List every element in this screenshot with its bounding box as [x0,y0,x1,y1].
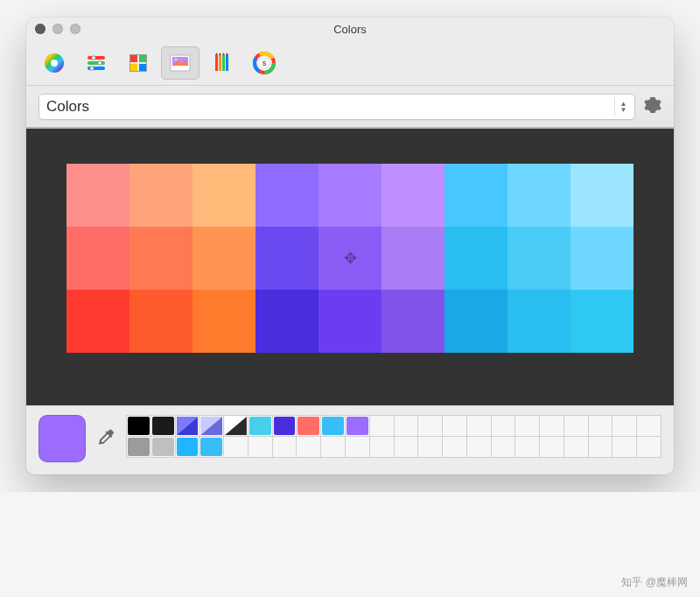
color-well[interactable] [467,437,492,458]
color-swatch[interactable] [66,227,130,290]
color-well[interactable] [540,416,564,437]
color-well[interactable] [515,437,540,458]
eyedropper-button[interactable] [96,428,116,450]
color-well[interactable] [127,437,151,458]
color-well[interactable] [370,437,395,458]
color-well[interactable] [127,416,151,437]
color-swatch[interactable]: ✥ [318,227,382,290]
color-well[interactable] [589,437,613,458]
color-well[interactable] [151,437,176,458]
svg-point-7 [90,66,94,69]
color-swatch[interactable] [66,290,130,353]
color-well[interactable] [418,437,443,458]
color-well[interactable] [224,437,248,458]
color-swatch[interactable] [570,290,634,353]
color-swatch[interactable] [570,164,634,227]
palette-selection-bar: Colors ▲▼ [26,86,674,128]
color-well[interactable] [637,437,662,458]
color-well[interactable] [492,416,516,437]
spectrum-tab[interactable]: S [245,46,284,80]
svg-point-5 [92,55,95,59]
color-well[interactable] [612,437,637,458]
color-well[interactable] [540,437,564,458]
color-swatch[interactable] [318,164,382,227]
color-well[interactable] [321,416,346,437]
color-swatch[interactable] [508,290,570,353]
color-swatch[interactable] [256,290,318,353]
color-well[interactable] [176,437,200,458]
palette-options-button[interactable] [644,96,662,116]
current-color-well[interactable] [38,415,86,462]
color-well[interactable] [492,437,516,458]
color-swatch[interactable] [382,290,444,353]
color-swatch[interactable] [256,227,318,290]
svg-rect-8 [130,55,137,62]
color-well[interactable] [200,437,224,458]
image-color-area[interactable]: ✥ [26,128,674,405]
color-swatch[interactable] [130,164,192,227]
svg-text:S: S [262,60,267,67]
pencils-tab[interactable] [203,46,242,80]
sliders-icon [83,50,109,76]
svg-rect-17 [215,55,218,71]
color-swatch[interactable] [192,164,256,227]
color-well[interactable] [637,416,662,437]
color-well[interactable] [418,416,443,437]
color-well[interactable] [224,416,248,437]
color-well[interactable] [589,416,613,437]
color-palettes-tab[interactable] [119,46,158,80]
palette-dropdown-label: Colors [46,98,89,116]
window-title: Colors [26,23,674,36]
color-well[interactable] [176,416,200,437]
color-well[interactable] [321,437,346,458]
color-well[interactable] [297,437,321,458]
color-well[interactable] [395,437,419,458]
color-swatch[interactable] [66,164,130,227]
svg-rect-19 [222,55,225,71]
color-well[interactable] [346,416,370,437]
color-well[interactable] [151,416,176,437]
color-swatch[interactable] [318,290,382,353]
color-swatch[interactable] [256,164,318,227]
color-well[interactable] [370,416,395,437]
color-swatch[interactable] [508,227,570,290]
svg-marker-21 [215,53,218,55]
color-well[interactable] [297,416,321,437]
color-wheel-icon [41,50,67,76]
svg-point-6 [98,60,102,64]
color-swatch[interactable] [444,164,508,227]
color-well[interactable] [248,416,273,437]
color-swatch[interactable] [570,227,634,290]
color-swatch[interactable] [130,290,192,353]
color-well[interactable] [443,416,467,437]
color-well[interactable] [273,437,298,458]
color-well[interactable] [346,437,370,458]
color-well[interactable] [273,416,298,437]
color-well[interactable] [515,416,540,437]
color-swatch[interactable] [444,290,508,353]
image-palettes-tab[interactable] [161,46,200,80]
color-well[interactable] [467,416,492,437]
color-well[interactable] [564,416,589,437]
minimize-window-button[interactable] [52,24,63,34]
color-well[interactable] [612,416,637,437]
zoom-window-button[interactable] [70,24,80,34]
palette-dropdown[interactable]: Colors ▲▼ [38,94,635,120]
color-swatch[interactable] [192,290,256,353]
color-well[interactable] [564,437,589,458]
color-sliders-tab[interactable] [77,46,116,80]
color-swatch[interactable] [382,164,444,227]
color-swatch[interactable] [130,227,192,290]
color-well[interactable] [248,437,273,458]
color-wheel-tab[interactable] [35,46,74,80]
bottom-bar [26,405,674,474]
color-swatch[interactable] [192,227,256,290]
close-window-button[interactable] [35,24,46,34]
color-well[interactable] [395,416,419,437]
gear-icon [644,96,662,114]
color-well[interactable] [443,437,467,458]
color-swatch[interactable] [444,227,508,290]
color-swatch[interactable] [508,164,570,227]
color-well[interactable] [200,416,224,437]
color-swatch[interactable] [382,227,444,290]
